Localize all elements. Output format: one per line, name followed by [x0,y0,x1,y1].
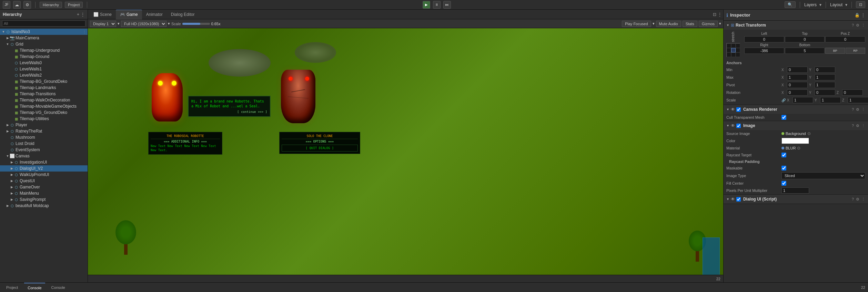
pivot-x-input[interactable] [787,82,808,88]
max-y-input[interactable] [815,74,835,80]
tree-item-lw2[interactable]: ⬡ LevelWalls2 [0,72,88,78]
maximize-btn[interactable]: ⊡ [856,1,865,8]
status-tab-project[interactable]: Project [3,283,21,292]
tree-item-lostdroid[interactable]: ⬡ Lost Droid [0,140,88,147]
tree-item-tm-bg[interactable]: ▦ Tilemap-BG_GroundDeko [0,78,88,85]
tree-item-eventsys[interactable]: ⬡ EventSystem [0,147,88,153]
tab-scene[interactable]: ⬜ Scene [89,10,116,19]
hierarchy-search[interactable] [2,20,85,27]
scale-y-input[interactable] [820,97,841,103]
tree-item-maincam[interactable]: ▶ 📷 MainCamera [0,35,88,41]
project-tab-btn[interactable]: Project [65,2,83,8]
rt-menu-btn[interactable]: ⋮ [861,23,865,28]
scale-slider[interactable] [182,23,210,25]
mute-audio-btn[interactable]: Mute Audio [656,21,681,27]
search-icon-btn[interactable]: 🔍 [785,1,796,8]
tab-animator[interactable]: Animator [142,10,167,19]
min-x-input[interactable] [787,67,808,73]
img-settings-btn[interactable]: ⚙ [856,124,859,128]
cr-settings-btn[interactable]: ⚙ [856,107,859,112]
rp-btn[interactable]: RP [846,48,865,54]
rot-y-input[interactable] [815,89,835,96]
tab-dialog-editor[interactable]: Dialog Editor [167,10,199,19]
tree-item-tm-lm[interactable]: ▦ Tilemap-Landmarks [0,85,88,91]
cloud-icon[interactable]: ☁ [13,1,21,9]
tree-item-walkup[interactable]: ▶ ⬡ WalkUpPromtUI [0,172,88,178]
tree-item-lw1[interactable]: ⬡ LevelWalls1 [0,66,88,72]
tree-item-savingprompt[interactable]: ▶ ⬡ SavingPrompt [0,196,88,203]
color-swatch[interactable] [781,138,809,144]
tree-item-tm-g[interactable]: ▦ Tilemap-Ground [0,53,88,60]
status-tab-console1[interactable]: Console [24,283,45,292]
inspector-menu-btn[interactable]: ⋮ [861,13,865,18]
max-x-input[interactable] [787,74,808,80]
raycast-target-checkbox[interactable] [781,153,786,157]
scale-x-input[interactable] [793,97,813,103]
tree-item-beautifulmoldcap[interactable]: ▶ ⬡ beautifull Moldcap [0,203,88,209]
cull-transparent-checkbox[interactable] [781,115,786,120]
bp-btn[interactable]: BP [825,48,845,54]
tree-item-tm-ug[interactable]: ▦ Tilemap-Underground [0,47,88,53]
stats-btn[interactable]: Stats [683,21,697,27]
tree-item-questui[interactable]: ▶ ⬡ QuestUI [0,178,88,184]
canvas-renderer-header[interactable]: ▼ 👁 Canvas Renderer ? ⚙ ⋮ [724,105,868,114]
hierarchy-add-btn[interactable]: + [77,12,79,17]
min-y-input[interactable] [815,67,835,73]
hierarchy-tab-btn[interactable]: Hierarchy [40,2,62,8]
settings-icon[interactable]: ⚙ [23,1,31,9]
tree-item-tm-mgo[interactable]: ▦ Tilemap-MovableGameObjects [0,103,88,109]
tab-game[interactable]: 🎮 Game [116,10,142,19]
pause-button[interactable]: ⏸ [433,1,441,9]
tree-item-tm-tr[interactable]: ▦ Tilemap-Transitions [0,91,88,97]
display-select[interactable]: Display 1 [90,21,116,27]
rect-transform-header[interactable]: ▼ ⊞ Rect Transform ? ⚙ ⋮ [724,21,868,30]
scale-z-input[interactable] [848,97,868,103]
cr-help-btn[interactable]: ? [852,107,854,112]
inspector-lock-btn[interactable]: 🔒 [855,13,860,18]
tree-item-tm-vg[interactable]: ▦ Tilemap-VG_GroundDeko [0,109,88,116]
tree-item-ratney[interactable]: ▶ ⬡ RatneyTheRat [0,128,88,134]
right-input[interactable] [744,48,784,54]
tree-item-player[interactable]: ▶ ⬡ Player [0,122,88,128]
rot-z-input[interactable] [842,89,863,96]
play-button[interactable]: ▶ [423,1,430,9]
tree-item-investui[interactable]: ▶ ⬡ InvestigationUI [0,159,88,165]
tree-item-tm-wod[interactable]: ▦ Tilemap-WalkOnDecoration [0,97,88,103]
image-enabled-checkbox[interactable] [736,124,741,128]
img-menu-btn[interactable]: ⋮ [861,124,865,128]
dialog-ui-enabled-checkbox[interactable] [736,197,741,202]
anchor-widget[interactable] [726,43,740,57]
center-menu-btn[interactable]: ⋮ [718,12,722,17]
tree-item-canvas[interactable]: ▼ ⬜ Canvas [0,153,88,159]
dialog-ui-header[interactable]: ▼ 👁 Dialog UI (Script) ? ⚙ ⋮ [724,195,868,204]
tree-item-grid[interactable]: ▼ ⬡ Grid [0,41,88,47]
gizmos-btn[interactable]: Gizmos [699,21,718,27]
rt-settings-btn[interactable]: ⚙ [856,23,859,28]
play-focused-btn[interactable]: Play Focused [622,21,651,27]
tree-item-lw0[interactable]: ⬡ LevelWalls0 [0,60,88,66]
dui-settings-btn[interactable]: ⚙ [856,197,859,202]
pixels-per-unit-input[interactable] [781,187,809,194]
pivot-y-input[interactable] [815,82,835,88]
tree-item-dialogui[interactable]: ▶ ⬡ DialogUI_V2 [0,165,88,172]
hierarchy-menu-btn[interactable]: ⋮ [81,12,85,17]
resolution-select[interactable]: Full HD (1920x1080) [121,21,166,27]
maskable-checkbox[interactable] [781,166,786,171]
left-input[interactable] [744,36,784,42]
status-tab-console2[interactable]: Console [48,283,69,292]
fill-center-checkbox[interactable] [781,181,786,186]
rot-x-input[interactable] [787,89,808,96]
image-header[interactable]: ▼ 👁 Image ? ⚙ ⋮ [724,121,868,130]
bottom-input[interactable] [785,48,825,54]
center-maximize-btn[interactable]: ⊡ [713,12,716,17]
material-pick-btn[interactable]: ⊙ [797,146,800,150]
canvas-renderer-enabled-checkbox[interactable] [736,107,741,112]
stop-button[interactable]: ⏭ [443,1,451,9]
top-input[interactable] [785,36,825,42]
dui-menu-btn[interactable]: ⋮ [861,197,865,202]
cr-menu-btn[interactable]: ⋮ [861,107,865,112]
tree-item-mainmenu[interactable]: ▶ ⬡ MainMenu [0,190,88,196]
posz-input[interactable] [825,36,865,42]
user-icon[interactable]: JF [3,1,10,9]
rt-help-btn[interactable]: ? [852,23,854,28]
